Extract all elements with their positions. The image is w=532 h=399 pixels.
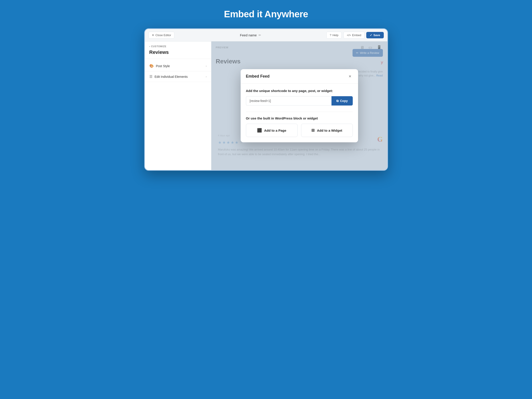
help-label: Help xyxy=(332,33,338,37)
sidebar-item-edit-elements[interactable]: ☰ Edit Individual Elements › xyxy=(145,71,211,82)
add-to-widget-label: Add to a Widget xyxy=(317,129,342,132)
embed-label: Embed xyxy=(352,33,361,37)
top-bar: ✕ Close Editor Feed name ✏ ? Help </> Em… xyxy=(145,29,387,41)
arrow-icon-post-style: › xyxy=(206,64,207,68)
page-title: Embed it Anywhere xyxy=(224,9,308,19)
sidebar-item-post-style[interactable]: 🎨 Post Style › xyxy=(145,61,211,71)
check-icon: ✓ xyxy=(370,33,372,37)
help-icon: ? xyxy=(330,33,331,37)
close-editor-button[interactable]: ✕ Close Editor xyxy=(148,32,175,39)
pencil-icon[interactable]: ✏ xyxy=(259,33,261,37)
browser-frame: ✕ Close Editor Feed name ✏ ? Help </> Em… xyxy=(144,28,388,171)
main-content: ‹ CUSTOMIZE Reviews 🎨 Post Style › ☰ Edi… xyxy=(145,41,387,170)
shortcode-input[interactable] xyxy=(246,96,331,105)
copy-icon: ⧉ xyxy=(336,99,339,103)
widget-buttons: ⬛ Add to a Page ⊞ Add to a Widget xyxy=(246,124,353,137)
help-button[interactable]: ? Help xyxy=(326,32,342,39)
code-icon: </> xyxy=(347,33,351,37)
feed-name-area: Feed name ✏ xyxy=(177,33,324,37)
sidebar-section-title: Reviews xyxy=(145,49,211,59)
close-x-icon: ✕ xyxy=(152,33,154,37)
widget-icon: ⊞ xyxy=(311,128,315,133)
modal-header: Embed Feed × xyxy=(241,69,358,84)
embed-button[interactable]: </> Embed xyxy=(343,32,365,39)
copy-button[interactable]: ⧉ Copy xyxy=(331,96,353,105)
save-button[interactable]: ✓ Save xyxy=(366,32,384,38)
add-to-page-label: Add to a Page xyxy=(264,129,286,132)
arrow-icon-elements: › xyxy=(206,75,207,78)
sidebar: ‹ CUSTOMIZE Reviews 🎨 Post Style › ☰ Edi… xyxy=(145,41,211,170)
top-bar-right: ? Help </> Embed ✓ Save xyxy=(326,32,384,39)
page-icon: ⬛ xyxy=(257,128,262,133)
modal-overlay: Embed Feed × Add the unique shortcode to… xyxy=(211,41,387,170)
add-to-page-button[interactable]: ⬛ Add to a Page xyxy=(246,124,298,137)
close-editor-label: Close Editor xyxy=(156,33,171,37)
edit-elements-label: Edit Individual Elements xyxy=(155,75,188,78)
chevron-left-icon: ‹ xyxy=(149,45,150,48)
feed-name-label: Feed name xyxy=(240,33,257,37)
shortcode-label: Add the unique shortcode to any page, po… xyxy=(246,89,353,93)
save-label: Save xyxy=(373,33,380,37)
customize-label: CUSTOMIZE xyxy=(151,45,166,48)
widget-label: Or use the built in WordPress block or w… xyxy=(246,116,353,120)
sidebar-divider xyxy=(145,59,211,59)
document-icon: ☰ xyxy=(149,74,152,79)
post-style-label: Post Style xyxy=(156,64,170,68)
shortcode-row: ⧉ Copy xyxy=(246,96,353,105)
modal-close-button[interactable]: × xyxy=(348,74,353,79)
embed-feed-modal: Embed Feed × Add the unique shortcode to… xyxy=(241,69,358,142)
modal-title: Embed Feed xyxy=(246,74,270,79)
section-divider xyxy=(246,112,353,112)
copy-label: Copy xyxy=(340,99,348,103)
modal-body: Add the unique shortcode to any page, po… xyxy=(241,84,358,142)
add-to-widget-button[interactable]: ⊞ Add to a Widget xyxy=(301,124,353,137)
sidebar-customize-header: ‹ CUSTOMIZE xyxy=(145,41,211,49)
palette-icon: 🎨 xyxy=(149,64,154,68)
preview-area: PREVIEW 🖥 ▭ 📱 Reviews ✏ Write a Review xyxy=(211,41,387,170)
